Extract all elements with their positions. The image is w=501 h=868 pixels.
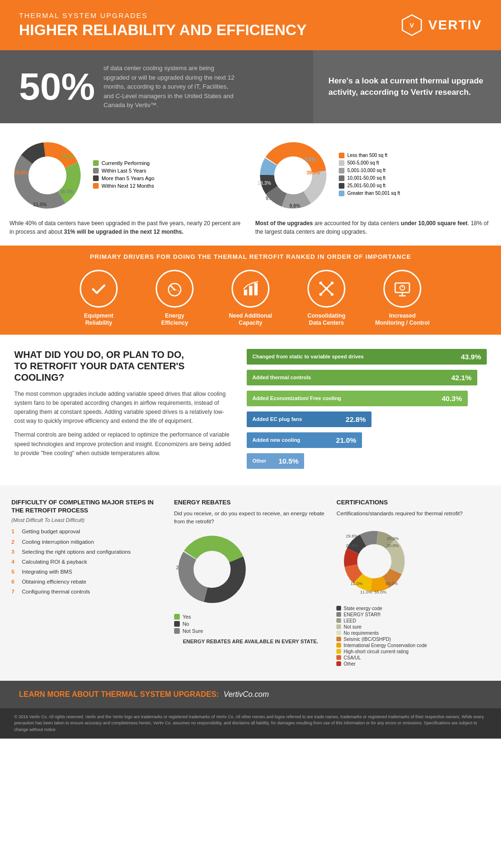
bar-pct-5: 21.0% [336, 436, 356, 444]
svg-text:29.8%: 29.8% [176, 565, 191, 570]
footer-cta: Learn More About Thermal System Upgrades… [0, 681, 501, 708]
gauge-icon [165, 279, 184, 298]
svg-text:20.0%: 20.0% [387, 543, 399, 548]
driver-label-reliability: EquipmentReliability [84, 312, 113, 327]
chart-icon [241, 279, 260, 298]
svg-text:29.8%: 29.8% [346, 534, 358, 539]
energy-rebates-title: Energy Rebates [174, 499, 327, 507]
driver-item-reliability: EquipmentReliability [70, 270, 127, 327]
charts-section: 30.5% 19.5% 39.0% 11.0% Currently Perfor… [0, 123, 501, 246]
logo-area: V VERTIV [400, 13, 482, 37]
bar-label-2: Added thermal controls [252, 375, 311, 380]
drivers-bar: PRIMARY DRIVERS FOR DOING THE THERMAL RE… [0, 246, 501, 335]
driver-label-consolidating: ConsolidatingData Centers [307, 312, 345, 327]
stat-sidebar-text: Here's a look at current thermal upgrade… [328, 75, 486, 98]
difficulty-item-7: Configuring thermal controls [22, 588, 90, 595]
difficulty-subtitle: (Most Difficult To Least Difficult) [11, 517, 165, 523]
svg-text:19.5%: 19.5% [61, 154, 74, 159]
cert-legend-3: LEED [343, 618, 356, 623]
bar-row-3: Added Economization/ Free cooling 40.3% [247, 391, 487, 406]
retrofit-section: What did you do, or plan to do,to retrof… [0, 335, 501, 485]
driver-item-monitoring: IncreasedMonitoring / Control [374, 270, 431, 327]
vertiv-logo-text: VERTIV [428, 18, 482, 33]
bar-label-4: Added EC plug fans [252, 416, 302, 422]
svg-text:35.1%: 35.1% [220, 588, 234, 594]
cert-legend-8: High-short circuit current rating [343, 649, 408, 654]
stat-description: of data center cooling systems are being… [103, 64, 236, 110]
fine-print-text: © 2016 Vertiv Co. All rights reserved. V… [14, 714, 484, 732]
legend-not-sure: Not Sure [183, 628, 203, 634]
stat-right: Here's a look at current thermal upgrade… [313, 50, 501, 123]
svg-text:9.8%: 9.8% [289, 203, 300, 209]
difficulty-title: Difficulty of Completing Major Steps in … [11, 499, 165, 515]
cert-legend-7: International Energy Conservation code [343, 643, 427, 648]
certifications-donut: 20.0% 20.0% 29.8% 29.8% 11.0% 11.0% 55.0… [336, 523, 431, 599]
retrofit-title: What did you do, or plan to do,to retrof… [14, 349, 232, 383]
svg-text:20.0%: 20.0% [387, 536, 399, 541]
svg-point-35 [325, 287, 328, 290]
chart1-donut: 30.5% 19.5% 39.0% 11.0% [9, 137, 85, 213]
svg-point-34 [331, 293, 334, 296]
difficulty-col: Difficulty of Completing Major Steps in … [11, 499, 165, 667]
difficulty-item-5: Integrating with BMS [22, 568, 72, 576]
legend-yes: Yes [183, 614, 191, 620]
bar-label-5: Added new cooling [252, 437, 300, 443]
chart1-block: 30.5% 19.5% 39.0% 11.0% Currently Perfor… [9, 137, 246, 236]
chart1-container: 30.5% 19.5% 39.0% 11.0% Currently Perfor… [9, 137, 246, 213]
energy-rebates-legend: Yes No Not Sure [174, 614, 327, 634]
bar-row-4: Added EC plug fans 22.8% [247, 411, 487, 427]
svg-text:55.0%: 55.0% [386, 581, 398, 586]
list-item: 6Obtaining efficiency rebate [11, 578, 165, 585]
svg-text:35.1%: 35.1% [217, 542, 232, 548]
fine-print: © 2016 Vertiv Co. All rights reserved. V… [0, 708, 501, 739]
svg-text:11.0%: 11.0% [33, 202, 46, 207]
header-titles: Thermal System Upgrades Higher Reliabili… [19, 11, 306, 39]
energy-rebates-question: Did you receive, or do you expect to rec… [174, 510, 327, 526]
cert-legend-1: State energy code [343, 606, 382, 611]
bar-label-1: Changed from static to variable speed dr… [252, 354, 364, 359]
bar-row-1: Changed from static to variable speed dr… [247, 349, 487, 365]
driver-label-monitoring: IncreasedMonitoring / Control [375, 312, 430, 327]
chart1-legend: Currently Performing Within Last 5 Years… [93, 160, 154, 191]
svg-text:30.5%: 30.5% [14, 170, 28, 175]
driver-item-consolidating: ConsolidatingData Centers [298, 270, 355, 327]
svg-text:11.0%: 11.0% [351, 581, 363, 586]
certifications-legend: State energy code ENERGY STAR® LEED Not … [336, 606, 490, 667]
cert-legend-2: ENERGY STAR® [343, 612, 380, 617]
header-title: Higher Reliability and Efficiency [19, 21, 306, 39]
svg-text:55.0%: 55.0% [374, 590, 387, 594]
legend-no: No [183, 621, 189, 627]
difficulty-item-2: Cooling interruption mitigation [22, 538, 94, 546]
certifications-question: Certifications/standards required for th… [336, 510, 490, 518]
bar-pct-4: 22.8% [346, 415, 366, 423]
consolidate-icon [317, 279, 336, 298]
cert-legend-10: Other [343, 661, 355, 667]
svg-text:39.0%: 39.0% [60, 189, 73, 194]
energy-rebates-donut: 35.1% 35.1% 29.8% [174, 531, 250, 607]
svg-text:11.0%: 11.0% [360, 590, 372, 594]
driver-item-capacity: Need AdditionalCapacity [222, 270, 279, 327]
driver-circle-monitoring [383, 270, 421, 308]
list-item: 2Cooling interruption mitigation [11, 538, 165, 546]
page-header: Thermal System Upgrades Higher Reliabili… [0, 0, 501, 50]
difficulty-item-4: Calculating ROI & payback [22, 558, 87, 566]
svg-text:39.0%: 39.0% [306, 170, 320, 175]
monitor-icon [393, 279, 412, 298]
retrofit-left: What did you do, or plan to do,to retrof… [14, 349, 232, 471]
svg-text:V: V [409, 22, 414, 29]
bar-label-6: Other [252, 458, 266, 464]
driver-circle-reliability [80, 270, 118, 308]
chart2-container: 8.5% 39.0% 14.6% 18.3% 9.8% 9.8% Less th… [255, 137, 492, 213]
driver-circle-efficiency [156, 270, 194, 308]
drivers-icons: EquipmentReliability EnergyEfficiency [9, 270, 492, 327]
cert-legend-5: No requirements [343, 630, 379, 636]
drivers-title: PRIMARY DRIVERS FOR DOING THE THERMAL RE… [9, 253, 492, 260]
bar-row-5: Added new cooling 21.0% [247, 432, 487, 448]
list-item: 4Calculating ROI & payback [11, 558, 165, 566]
bar-pct-6: 10.5% [278, 457, 299, 465]
cert-legend-6: Seismic (IBC/OSHPD) [343, 637, 390, 642]
svg-text:9.8%: 9.8% [266, 196, 277, 201]
difficulty-item-6: Obtaining efficiency rebate [22, 578, 86, 585]
energy-rebates-col: Energy Rebates Did you receive, or do yo… [174, 499, 327, 667]
difficulty-item-1: Getting budget approval [22, 528, 80, 535]
